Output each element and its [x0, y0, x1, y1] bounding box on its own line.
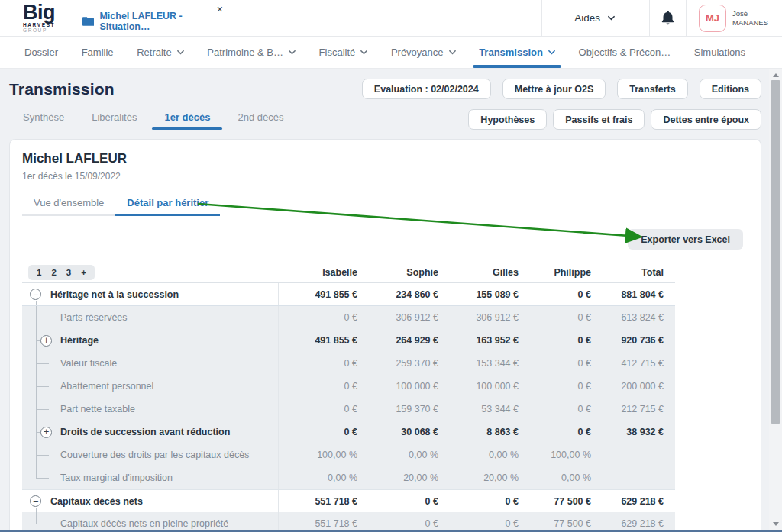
export-excel-button[interactable]: Exporter vers Excel	[628, 229, 743, 250]
cell-value: 491 855 €	[278, 283, 357, 305]
chevron-down-icon	[608, 15, 615, 21]
cell-value: 200 000 €	[591, 375, 675, 398]
cell-value: 0,00 %	[519, 466, 591, 489]
chevron-down-icon	[177, 49, 184, 56]
cell-value: 412 715 €	[591, 352, 675, 375]
table-row: −Héritage net à la succession491 855 €23…	[22, 283, 675, 306]
expand-icon[interactable]: +	[40, 427, 52, 438]
tab-2nd-deces[interactable]: 2nd décès	[224, 107, 297, 130]
deces-date-subtitle: 1er décès le 15/09/2022	[22, 171, 748, 182]
nav-item-objectifs[interactable]: Objectifs & Précon…	[571, 37, 679, 68]
passifs-frais-button[interactable]: Passifs et frais	[553, 109, 645, 130]
page-1-button[interactable]: 1	[37, 268, 41, 277]
nav-item-dossier[interactable]: Dossier	[17, 37, 66, 68]
page-tabs-row: Synthèse Libéralités 1er décès 2nd décès…	[9, 107, 761, 130]
nav-item-famille[interactable]: Famille	[74, 37, 121, 68]
collapse-icon[interactable]: −	[30, 495, 41, 507]
tab-detail-par-heritier[interactable]: Détail par héritier	[115, 192, 220, 216]
tab-1er-deces[interactable]: 1er décès	[150, 107, 224, 130]
nav-item-retraite[interactable]: Retraite	[129, 37, 192, 68]
cell-value: 920 736 €	[591, 329, 675, 352]
nav-item-simulations[interactable]: Simulations	[687, 37, 753, 68]
page-2-button[interactable]: 2	[51, 268, 56, 277]
chevron-down-icon	[360, 49, 367, 56]
collapse-icon[interactable]: −	[30, 289, 41, 300]
row-label-cell: Taux marginal d'imposition	[22, 466, 278, 489]
nav-item-prevoyance[interactable]: Prévoyance	[383, 37, 464, 68]
hypotheses-button[interactable]: Hypothèses	[468, 109, 547, 130]
page-plus-button[interactable]: +	[81, 268, 86, 277]
page-title: Transmission	[9, 80, 115, 98]
tab-liberalites[interactable]: Libéralités	[78, 107, 150, 130]
table-row: −Capitaux décès nets551 718 €0 €0 €77 50…	[22, 489, 675, 512]
help-menu[interactable]: Aides	[541, 0, 649, 36]
cell-value: 8 863 €	[438, 421, 519, 443]
expand-icon[interactable]: +	[40, 335, 52, 347]
close-icon[interactable]: ×	[217, 3, 223, 15]
cell-value: 20,00 %	[438, 466, 519, 489]
row-label: Valeur fiscale	[60, 358, 117, 369]
cell-value: 0 €	[519, 306, 591, 329]
cell-value: 881 804 €	[591, 283, 675, 305]
scrollbar-thumb[interactable]	[771, 80, 780, 424]
user-menu[interactable]: MJ José MANANES	[686, 0, 782, 36]
column-header-gilles: Gilles	[438, 267, 519, 278]
row-label: Taux marginal d'imposition	[60, 472, 173, 483]
table-row: Parts réservées0 €306 912 €306 912 €0 €6…	[22, 306, 675, 329]
main-nav: Dossier Famille Retraite Patrimoine & B……	[0, 37, 782, 69]
column-header-sophie: Sophie	[357, 267, 438, 278]
page-3-button[interactable]: 3	[66, 268, 71, 277]
chevron-down-icon	[449, 49, 456, 56]
document-tab[interactable]: Michel LAFLEUR - Situation… ×	[82, 0, 231, 36]
scroll-down-arrow[interactable]	[769, 518, 782, 529]
nav-item-patrimoine[interactable]: Patrimoine & B…	[199, 37, 303, 68]
cell-value: 0,00 %	[357, 443, 438, 466]
logo-subtext: HARVEST GROUP	[23, 22, 82, 33]
column-header-isabelle: Isabelle	[278, 267, 357, 278]
nav-label: Prévoyance	[391, 47, 444, 58]
cell-value: 100,00 %	[519, 443, 591, 466]
nav-label: Fiscalité	[319, 47, 356, 58]
cell-value: 163 952 €	[438, 329, 519, 352]
row-label-cell: Couverture des droits par les capitaux d…	[22, 443, 278, 466]
table-row: Taux marginal d'imposition0,00 %20,00 %2…	[22, 466, 675, 489]
chevron-down-icon	[289, 49, 296, 56]
update-o2s-button[interactable]: Mettre à jour O2S	[502, 79, 606, 99]
nav-item-transmission[interactable]: Transmission	[471, 37, 563, 68]
cell-value: 259 370 €	[357, 352, 438, 375]
vertical-scrollbar[interactable]	[769, 69, 782, 532]
nav-label: Transmission	[479, 47, 543, 58]
scroll-up-arrow[interactable]	[769, 69, 782, 80]
dettes-epoux-button[interactable]: Dettes entre époux	[651, 109, 761, 130]
row-label-cell: Part nette taxable	[22, 398, 278, 421]
nav-item-fiscalite[interactable]: Fiscalité	[312, 37, 376, 68]
cell-value: 38 932 €	[591, 421, 675, 443]
help-menu-label: Aides	[574, 12, 600, 24]
tab-vue-densemble[interactable]: Vue d'ensemble	[22, 192, 115, 216]
cell-value	[591, 443, 675, 466]
row-label-cell: Abattement personnel	[22, 375, 278, 398]
cell-value: 0 €	[519, 375, 591, 398]
cell-value: 100 000 €	[438, 375, 519, 398]
transferts-button[interactable]: Transferts	[617, 79, 687, 99]
nav-label: Dossier	[24, 47, 58, 58]
cell-value: 0 €	[519, 352, 591, 375]
nav-label: Famille	[82, 47, 114, 58]
cell-value: 0 €	[519, 283, 591, 305]
evaluation-date-button[interactable]: Evaluation : 02/02/2024	[362, 79, 491, 99]
notifications-button[interactable]	[649, 0, 686, 36]
cell-value: 77 500 €	[519, 490, 591, 512]
editions-button[interactable]: Editions	[700, 79, 761, 99]
row-label: Capitaux décès nets	[50, 496, 143, 507]
logo-harvest: HARVEST	[23, 22, 55, 27]
tab-synthese[interactable]: Synthèse	[9, 107, 78, 130]
row-label: Abattement personnel	[60, 381, 153, 392]
cell-value: 0 €	[519, 398, 591, 421]
table-row: Valeur fiscale0 €259 370 €153 344 €0 €41…	[22, 352, 675, 375]
cell-value: 0 €	[278, 421, 357, 443]
user-first-name: José	[732, 9, 768, 18]
cell-value: 0 €	[278, 375, 357, 398]
nav-label: Simulations	[694, 47, 745, 58]
row-label-cell: Parts réservées	[22, 306, 278, 329]
table-row: +Héritage491 855 €264 929 €163 952 €0 €9…	[22, 329, 675, 352]
